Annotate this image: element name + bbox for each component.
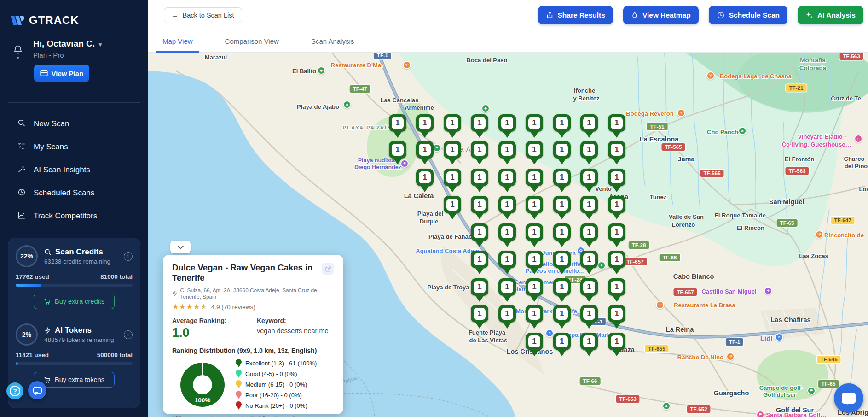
- ranking-pin[interactable]: 1: [498, 251, 516, 275]
- ranking-pin[interactable]: 1: [580, 196, 598, 220]
- sidebar-chat-fab[interactable]: [28, 381, 46, 399]
- business-info-card: Dulce Vegan - Raw Vegan Cakes in Tenerif…: [163, 255, 343, 414]
- back-to-scan-list-button[interactable]: ← Back to Scan List: [164, 7, 242, 23]
- map-canvas[interactable]: MarazulRestaurante D'MarEl BalitoBoca de…: [148, 53, 868, 417]
- ranking-pin[interactable]: 1: [526, 141, 543, 165]
- ranking-pin[interactable]: 1: [498, 196, 516, 220]
- tab-map-view[interactable]: Map View: [156, 30, 199, 52]
- collapse-card-button[interactable]: [170, 241, 191, 253]
- ranking-pin[interactable]: 1: [580, 114, 598, 138]
- map-label: Montaña: [800, 57, 826, 64]
- checklist-icon: [17, 142, 26, 153]
- usage-widget: 22% Scan Credits 63238 credits remaining…: [8, 238, 140, 408]
- schedule-scan-button[interactable]: Schedule Scan: [709, 6, 787, 24]
- ranking-pin[interactable]: 1: [471, 169, 488, 193]
- ranking-pin[interactable]: 1: [498, 114, 516, 138]
- ranking-pin[interactable]: 1: [416, 114, 434, 138]
- ranking-pin[interactable]: 1: [608, 333, 625, 357]
- ranking-pin[interactable]: 1: [444, 141, 461, 165]
- ranking-pin[interactable]: 1: [471, 223, 488, 247]
- ranking-pin[interactable]: 1: [608, 251, 625, 275]
- sidebar-item-my-scans[interactable]: My Scans: [0, 135, 148, 159]
- notifications-bell[interactable]: ▾: [13, 44, 23, 60]
- ranking-pin[interactable]: 1: [498, 278, 516, 302]
- ranking-pin[interactable]: 1: [608, 169, 625, 193]
- ranking-pin[interactable]: 1: [526, 251, 543, 275]
- buy-extra-tokens-button[interactable]: Buy extra tokens: [34, 372, 115, 388]
- tab-comparison-view[interactable]: Comparison View: [219, 30, 285, 52]
- sidebar-item-new-scan[interactable]: New Scan: [0, 112, 148, 135]
- credits-info-icon[interactable]: i: [124, 252, 133, 261]
- map-label: Valle de San: [669, 213, 704, 220]
- ranking-pin[interactable]: 1: [471, 305, 488, 329]
- ranking-pin[interactable]: 1: [553, 223, 571, 247]
- buy-extra-credits-button[interactable]: Buy extra credits: [34, 294, 115, 309]
- ranking-pin[interactable]: 1: [526, 114, 543, 138]
- ranking-pin[interactable]: 1: [498, 141, 516, 165]
- ranking-pin[interactable]: 1: [553, 333, 571, 357]
- ranking-pin[interactable]: 1: [580, 251, 598, 275]
- help-fab[interactable]: ?: [6, 382, 23, 399]
- map-label: Rancho De Nino: [677, 354, 723, 361]
- ranking-pin[interactable]: 1: [526, 196, 543, 220]
- ranking-pin[interactable]: 1: [580, 305, 598, 329]
- ranking-pin[interactable]: 1: [553, 305, 571, 329]
- pin-rank-value: 1: [611, 226, 623, 238]
- view-plan-button[interactable]: View Plan: [34, 65, 89, 82]
- ranking-pin[interactable]: 1: [553, 251, 571, 275]
- ranking-pin[interactable]: 1: [498, 169, 516, 193]
- ranking-pin[interactable]: 1: [416, 141, 434, 165]
- ranking-pin[interactable]: 1: [608, 223, 625, 247]
- sidebar-item-track-competitors[interactable]: Track Competitors: [0, 205, 148, 228]
- ranking-pin[interactable]: 1: [526, 223, 543, 247]
- ranking-pin[interactable]: 1: [553, 169, 571, 193]
- ai-analysis-button[interactable]: AI Analysis: [798, 6, 863, 24]
- road-shield: TF-51: [647, 123, 668, 130]
- restaurant-icon: Ψ: [656, 301, 664, 309]
- pin-rank-value: 1: [528, 281, 540, 293]
- ranking-pin[interactable]: 1: [526, 305, 543, 329]
- ranking-pin[interactable]: 1: [608, 141, 625, 165]
- ranking-pin[interactable]: 1: [444, 114, 461, 138]
- ranking-pin[interactable]: 1: [580, 141, 598, 165]
- ranking-pin[interactable]: 1: [526, 169, 543, 193]
- ranking-pin[interactable]: 1: [553, 114, 571, 138]
- ranking-pin[interactable]: 1: [608, 278, 625, 302]
- ranking-pin[interactable]: 1: [580, 223, 598, 247]
- ranking-pin[interactable]: 1: [580, 333, 598, 357]
- ranking-pin[interactable]: 1: [498, 305, 516, 329]
- ranking-pin[interactable]: 1: [416, 169, 434, 193]
- ranking-pin[interactable]: 1: [444, 196, 461, 220]
- tab-scan-analysis[interactable]: Scan Analysis: [305, 30, 360, 52]
- ranking-pin[interactable]: 1: [553, 196, 571, 220]
- ranking-pin[interactable]: 1: [580, 169, 598, 193]
- ranking-pin[interactable]: 1: [608, 114, 625, 138]
- user-greeting[interactable]: Hi, Octavian C.▼: [33, 39, 103, 49]
- credits-remaining: 63238 credits remaining: [44, 258, 110, 265]
- ranking-pin[interactable]: 1: [471, 196, 488, 220]
- ranking-pin[interactable]: 1: [444, 169, 461, 193]
- ranking-pin[interactable]: 1: [580, 278, 598, 302]
- ranking-pin[interactable]: 1: [389, 114, 406, 138]
- ranking-pin[interactable]: 1: [471, 251, 488, 275]
- pin-rank-value: 1: [419, 171, 431, 183]
- view-heatmap-button[interactable]: View Heatmap: [623, 6, 699, 24]
- ranking-pin[interactable]: 1: [608, 305, 625, 329]
- ranking-pin[interactable]: 1: [498, 223, 516, 247]
- ranking-pin[interactable]: 1: [526, 278, 543, 302]
- ranking-pin[interactable]: 1: [608, 196, 625, 220]
- ranking-pin[interactable]: 1: [526, 333, 543, 357]
- ranking-pin[interactable]: 1: [553, 278, 571, 302]
- ranking-pin[interactable]: 1: [471, 141, 488, 165]
- map-chat-fab[interactable]: [834, 383, 863, 413]
- sidebar-item-scheduled-scans[interactable]: Scheduled Scans: [0, 182, 148, 205]
- ranking-pin[interactable]: 1: [471, 278, 488, 302]
- ranking-pin[interactable]: 1: [471, 114, 488, 138]
- tokens-info-icon[interactable]: i: [124, 330, 133, 339]
- sidebar-item-ai-scan-insights[interactable]: AI Scan Insights: [0, 159, 148, 182]
- ranking-pin[interactable]: 1: [553, 141, 571, 165]
- ranking-pin[interactable]: 1: [389, 141, 406, 165]
- map-label: Restaurante D'Mar: [331, 62, 383, 69]
- share-results-button[interactable]: Share Results: [538, 6, 613, 24]
- external-link-button[interactable]: [322, 263, 334, 275]
